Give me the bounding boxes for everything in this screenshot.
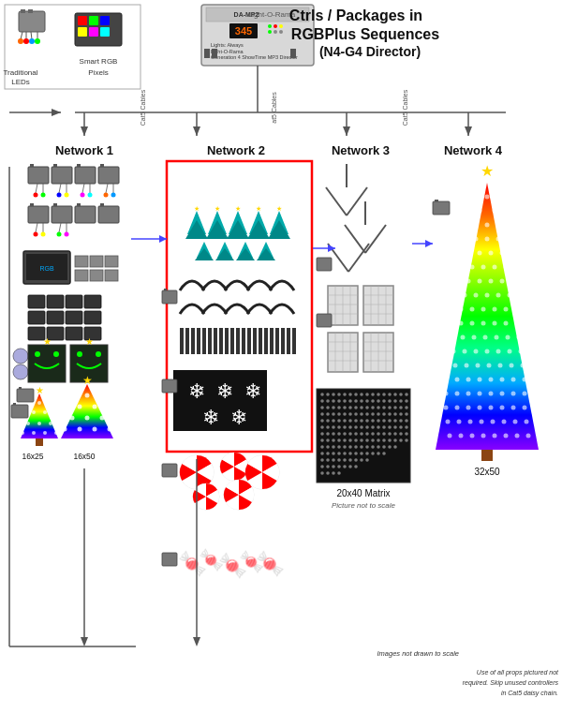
svg-point-74: [65, 193, 69, 198]
svg-point-127: [77, 351, 82, 357]
svg-point-317: [348, 412, 352, 416]
svg-point-363: [337, 432, 341, 436]
svg-text:★: ★: [256, 205, 261, 212]
svg-point-418: [320, 458, 324, 462]
svg-point-268: [343, 393, 347, 396]
svg-point-528: [466, 378, 471, 382]
svg-point-544: [444, 406, 449, 410]
svg-point-296: [320, 406, 324, 409]
svg-text:❄: ❄: [202, 406, 219, 429]
svg-point-556: [480, 420, 484, 424]
svg-rect-84: [52, 206, 72, 223]
svg-point-287: [360, 399, 363, 403]
svg-point-334: [354, 419, 358, 423]
svg-rect-106: [90, 270, 103, 281]
svg-rect-184: [185, 328, 189, 354]
svg-point-379: [337, 438, 341, 442]
svg-rect-572: [435, 200, 438, 201]
svg-point-152: [85, 416, 90, 421]
svg-rect-132: [36, 438, 43, 446]
svg-text:Cat5 Cables: Cat5 Cables: [140, 89, 146, 126]
svg-point-463: [515, 265, 520, 270]
svg-point-492: [459, 321, 464, 326]
svg-rect-18: [78, 27, 87, 37]
svg-text:★: ★: [214, 205, 220, 212]
svg-point-137: [43, 410, 47, 414]
svg-rect-204: [162, 290, 177, 304]
svg-point-302: [354, 406, 358, 409]
svg-point-441: [478, 209, 482, 214]
svg-point-547: [478, 406, 482, 410]
svg-point-472: [440, 293, 445, 298]
svg-rect-262: [317, 314, 332, 327]
svg-point-312: [320, 412, 324, 416]
svg-point-335: [360, 419, 363, 423]
svg-point-346: [332, 425, 335, 429]
svg-point-323: [382, 412, 386, 416]
svg-point-12: [35, 38, 40, 44]
svg-point-138: [26, 422, 30, 425]
svg-point-412: [354, 452, 358, 455]
svg-point-337: [371, 419, 375, 423]
svg-point-504: [495, 335, 499, 340]
svg-point-515: [519, 349, 524, 354]
svg-point-475: [474, 293, 479, 298]
svg-text:★: ★: [85, 336, 94, 347]
svg-rect-193: [236, 328, 240, 354]
svg-point-434: [320, 471, 324, 475]
svg-point-546: [466, 406, 471, 410]
main-container: Traditional LEDs Smart RGB Pixels DA-MP2…: [0, 0, 562, 728]
svg-point-136: [32, 410, 36, 414]
footer-note1: Images not drawn to scale: [377, 649, 459, 658]
svg-point-364: [343, 432, 347, 436]
svg-point-529: [478, 378, 482, 382]
svg-text:❄: ❄: [188, 379, 205, 403]
svg-point-70: [41, 193, 46, 198]
svg-point-328: [320, 419, 324, 423]
svg-point-509: [451, 349, 456, 354]
svg-point-411: [348, 452, 352, 455]
svg-point-496: [504, 321, 509, 326]
svg-point-318: [354, 412, 358, 416]
svg-point-550: [511, 406, 516, 410]
svg-point-8: [23, 38, 29, 44]
svg-rect-196: [253, 328, 257, 354]
svg-point-458: [459, 265, 464, 270]
svg-point-311: [405, 406, 408, 409]
svg-rect-103: [90, 256, 103, 267]
svg-point-141: [21, 431, 24, 435]
svg-point-343: [405, 419, 408, 423]
svg-point-548: [489, 406, 494, 410]
svg-point-545: [455, 406, 460, 410]
svg-point-348: [343, 425, 347, 429]
svg-text:★: ★: [194, 205, 200, 212]
svg-point-494: [481, 321, 486, 326]
svg-rect-102: [75, 256, 88, 267]
svg-rect-63: [30, 164, 34, 167]
svg-text:LEDs: LEDs: [11, 78, 30, 86]
svg-point-505: [506, 335, 510, 340]
svg-point-562: [448, 434, 452, 438]
svg-text:at5 Cables: at5 Cables: [271, 92, 277, 124]
svg-text:Pixels: Pixels: [88, 68, 108, 77]
svg-point-420: [332, 458, 335, 462]
svg-point-274: [377, 393, 380, 396]
svg-point-32: [268, 30, 272, 34]
svg-point-483: [459, 307, 464, 312]
svg-point-417: [382, 452, 386, 455]
svg-point-398: [354, 445, 358, 449]
svg-point-374: [399, 432, 403, 436]
svg-point-78: [88, 193, 93, 198]
svg-point-490: [436, 321, 441, 326]
svg-point-536: [455, 392, 460, 396]
svg-point-30: [274, 24, 277, 28]
svg-point-301: [348, 406, 352, 409]
svg-point-282: [332, 399, 335, 403]
svg-point-277: [393, 393, 397, 396]
svg-point-467: [478, 279, 482, 284]
svg-point-469: [500, 279, 505, 284]
svg-text:★: ★: [36, 385, 44, 395]
svg-rect-105: [75, 270, 88, 281]
svg-rect-108: [28, 295, 45, 308]
svg-point-564: [470, 434, 475, 438]
